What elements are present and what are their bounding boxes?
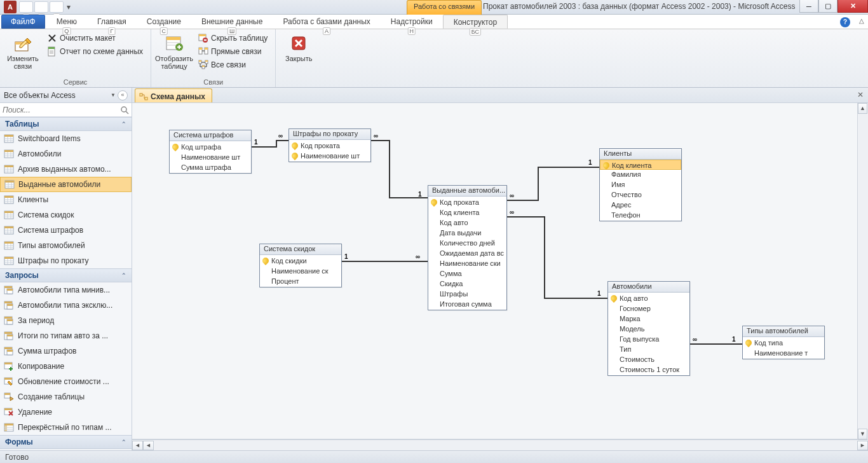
nav-table-item[interactable]: Система штрафов (0, 223, 132, 238)
schema-report-button[interactable]: Отчет по схеме данных (44, 45, 146, 58)
tab-database-tools[interactable]: Работа с базами данныхА (273, 15, 380, 29)
nav-query-item[interactable]: За период (0, 313, 132, 328)
horizontal-scrollbar[interactable]: ◄ ◄ ► (132, 439, 868, 450)
nav-query-item[interactable]: Автомобили типа эксклю... (0, 298, 132, 313)
table-field[interactable]: Телефон (600, 210, 681, 220)
tab-home[interactable]: ГлавнаяГ (87, 15, 137, 29)
nav-query-item[interactable]: Автомобили типа минив... (0, 282, 132, 298)
nav-table-item[interactable]: Автомобили (0, 146, 132, 162)
nav-table-item[interactable]: Клиенты (0, 192, 132, 207)
table-field[interactable]: Код авто (608, 293, 689, 303)
table-field[interactable]: Код штрафа (170, 142, 251, 152)
table-field[interactable]: Тип (608, 344, 689, 354)
maximize-button[interactable]: ▢ (818, 0, 837, 13)
show-table-button[interactable]: Отобразить таблицу (156, 32, 192, 71)
table-field[interactable]: Адрес (600, 200, 681, 210)
vertical-scrollbar[interactable]: ▲ ▼ (857, 103, 868, 439)
table-field[interactable]: Ожидаемая дата вс (428, 248, 506, 258)
table-field[interactable]: Сумма (428, 268, 506, 279)
nav-table-item[interactable]: Система скидок (0, 207, 132, 223)
table-field[interactable]: Наименование шт (289, 151, 370, 161)
table-field[interactable]: Код типа (743, 338, 824, 348)
table-title[interactable]: Автомобили (608, 282, 689, 293)
minimize-button[interactable]: ─ (799, 0, 818, 13)
table-field[interactable]: Скидка (428, 279, 506, 289)
tab-designer[interactable]: КонструкторБС (443, 15, 508, 29)
nav-query-item[interactable]: Перекрёстный по типам ... (0, 420, 132, 435)
scroll-track[interactable] (154, 441, 857, 450)
table-field[interactable]: Госномер (608, 303, 689, 314)
clear-layout-button[interactable]: Очистить макет (44, 32, 146, 45)
table-field[interactable]: Марка (608, 314, 689, 324)
table-field[interactable]: Фамилия (600, 169, 681, 179)
tab-menu[interactable]: МенюQ (46, 15, 87, 29)
tab-create[interactable]: СозданиеС (137, 15, 191, 29)
nav-header[interactable]: Все объекты Access ▼ « (0, 88, 132, 103)
scroll-left-button-2[interactable]: ◄ (143, 441, 154, 450)
relationships-canvas[interactable]: Система штрафовКод штрафаНаименование шт… (132, 103, 868, 439)
nav-collapse-button[interactable]: « (118, 90, 128, 100)
table-window-discount[interactable]: Система скидокКод скидкиНаименование скП… (259, 244, 342, 287)
nav-query-item[interactable]: Удаление (0, 404, 132, 420)
close-button[interactable]: ✕ (837, 0, 868, 13)
table-field[interactable]: Имя (600, 179, 681, 190)
help-button[interactable]: ? (840, 17, 850, 27)
table-field[interactable]: Сумма штрафа (170, 162, 251, 172)
table-field[interactable]: Код клиента (428, 207, 506, 218)
scroll-track[interactable] (858, 114, 868, 429)
close-designer-button[interactable]: Закрыть (281, 32, 316, 64)
qat-item-2[interactable]: 2 (34, 1, 48, 13)
nav-table-item[interactable]: Switchboard Items (0, 131, 132, 146)
nav-query-item[interactable]: Копирование (0, 359, 132, 374)
scroll-right-button[interactable]: ► (857, 441, 868, 450)
table-field[interactable]: Код скидки (260, 256, 341, 266)
table-window-penalty_sys[interactable]: Система штрафовКод штрафаНаименование шт… (169, 130, 252, 174)
nav-search-input[interactable] (3, 106, 120, 114)
scroll-up-button[interactable]: ▲ (858, 103, 867, 114)
table-window-issued[interactable]: Выданные автомоби...Код прокатаКод клиен… (428, 185, 507, 310)
nav-table-item[interactable]: Архив выданных автомо... (0, 162, 132, 177)
all-relations-button[interactable]: Все связи (196, 59, 270, 71)
nav-group-forms[interactable]: Формы ⌃ (0, 435, 132, 449)
table-title[interactable]: Система штрафов (170, 130, 251, 141)
qat-item-3[interactable]: 3 (50, 1, 64, 13)
table-window-penalty_rent[interactable]: Штрафы по прокатуКод прокатаНаименование… (288, 128, 371, 162)
table-window-cartypes[interactable]: Типы автомобилейКод типаНаименование т (742, 326, 825, 359)
qat-item-1[interactable]: 1 (19, 1, 33, 13)
table-title[interactable]: Штрафы по прокату (289, 129, 370, 140)
nav-query-item[interactable]: Сумма штрафов (0, 343, 132, 359)
nav-group-tables[interactable]: Таблицы ⌃ (0, 117, 132, 131)
doc-tab-schema[interactable]: Схема данных (135, 88, 212, 102)
nav-query-item[interactable]: Создание таблицы (0, 389, 132, 404)
table-field[interactable]: Код авто (428, 218, 506, 228)
table-field[interactable]: Стоимость (608, 354, 689, 364)
edit-relations-button[interactable]: Изменить связи (5, 32, 41, 71)
table-field[interactable]: Штрафы (428, 289, 506, 299)
nav-table-item[interactable]: Типы автомобилей (0, 238, 132, 253)
tab-addins[interactable]: НадстройкиН (381, 15, 443, 29)
tab-external-data[interactable]: Внешние данныеШ (191, 15, 273, 29)
table-field[interactable]: Отчество (600, 190, 681, 200)
nav-group-queries[interactable]: Запросы ⌃ (0, 268, 132, 282)
tab-file[interactable]: ФайлФ (1, 15, 45, 29)
table-title[interactable]: Клиенты (600, 149, 681, 160)
table-field[interactable]: Код проката (428, 197, 506, 207)
search-icon[interactable] (120, 106, 129, 114)
scroll-left-button[interactable]: ◄ (132, 441, 143, 450)
table-field[interactable]: Наименование шт (170, 152, 251, 162)
table-title[interactable]: Система скидок (260, 244, 341, 255)
table-window-cars[interactable]: АвтомобилиКод автоГосномерМаркаМодельГод… (607, 281, 690, 376)
qat-dropdown[interactable]: ▾ (65, 1, 72, 13)
table-title[interactable]: Типы автомобилей (743, 326, 824, 337)
nav-query-item[interactable]: Обновление стоимости ... (0, 374, 132, 389)
scroll-down-button[interactable]: ▼ (858, 429, 867, 439)
table-title[interactable]: Выданные автомоби... (428, 186, 506, 197)
table-field[interactable]: Код проката (289, 141, 370, 151)
table-field[interactable]: Дата выдачи (428, 228, 506, 238)
table-field[interactable]: Наименование ски (428, 258, 506, 268)
table-field[interactable]: Количество дней (428, 238, 506, 248)
direct-relations-button[interactable]: Прямые связи (196, 45, 270, 58)
table-field[interactable]: Процент (260, 276, 341, 286)
table-field[interactable]: Стоимость 1 суток (608, 364, 689, 375)
table-window-clients[interactable]: КлиентыКод клиентаФамилияИмяОтчествоАдре… (599, 148, 682, 221)
